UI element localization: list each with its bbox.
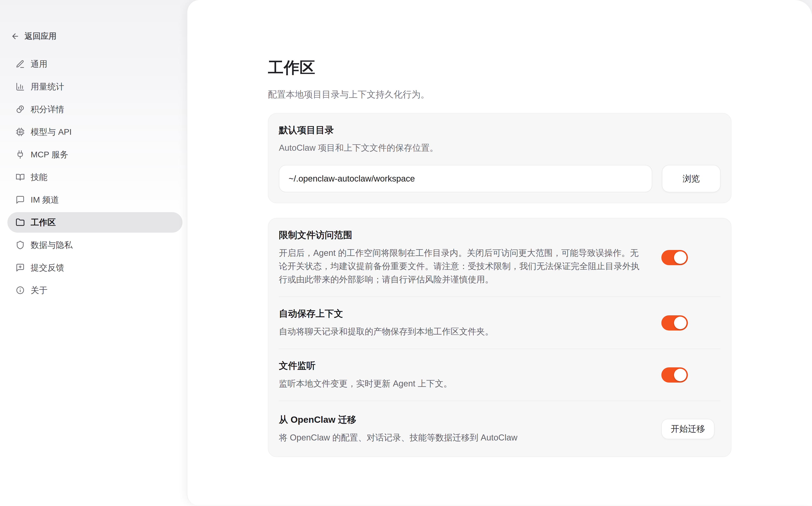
workspace-settings-screen: 返回应用 通用 用量统计 积分详情 模型与 API MCP 服务 <box>0 0 812 506</box>
auto-save-context-toggle[interactable] <box>661 315 688 331</box>
default-directory-card: 默认项目目录 AutoClaw 项目和上下文文件的保存位置。 浏览 <box>268 113 731 203</box>
directory-input-row: 浏览 <box>279 165 721 192</box>
toggle-knob <box>674 369 686 381</box>
sidebar-item-label: IM 频道 <box>30 194 59 205</box>
sidebar-item-workspace[interactable]: 工作区 <box>7 212 182 233</box>
workspace-settings-content: 工作区 配置本地项目目录与上下文持久化行为。 默认项目目录 AutoClaw 项… <box>268 0 731 457</box>
sidebar-item-label: 模型与 API <box>30 126 72 138</box>
sidebar-item-usage-stats[interactable]: 用量统计 <box>7 76 182 97</box>
workspace-options-card: 限制文件访问范围 开启后，Agent 的工作空间将限制在工作目录内。关闭后可访问… <box>268 218 731 457</box>
file-watch-row: 文件监听 监听本地文件变更，实时更新 Agent 上下文。 <box>279 349 721 401</box>
main-panel: 工作区 配置本地项目目录与上下文持久化行为。 默认项目目录 AutoClaw 项… <box>187 0 812 505</box>
file-watch-toggle[interactable] <box>661 367 688 383</box>
openclaw-migration-title: 从 OpenClaw 迁移 <box>279 414 646 426</box>
message-square-icon <box>16 195 25 204</box>
sidebar-item-mcp-services[interactable]: MCP 服务 <box>7 144 182 165</box>
restrict-file-access-description: 开启后，Agent 的工作空间将限制在工作目录内。关闭后可访问更大范围，可能导致… <box>279 246 646 286</box>
sidebar-item-feedback[interactable]: 提交反馈 <box>7 257 182 278</box>
info-icon <box>16 286 25 295</box>
sidebar-item-im-channels[interactable]: IM 频道 <box>7 189 182 210</box>
start-migration-button[interactable]: 开始迁移 <box>661 419 715 439</box>
sidebar: 返回应用 通用 用量统计 积分详情 模型与 API MCP 服务 <box>0 0 187 506</box>
coins-icon <box>16 105 25 114</box>
sidebar-item-label: 工作区 <box>30 217 56 228</box>
auto-save-context-description: 自动将聊天记录和提取的产物保存到本地工作区文件夹。 <box>279 325 646 338</box>
page-subtitle: 配置本地项目目录与上下文持久化行为。 <box>268 89 731 101</box>
sidebar-item-label: 用量统计 <box>30 81 64 92</box>
sidebar-item-general[interactable]: 通用 <box>7 54 182 74</box>
openclaw-migration-row: 从 OpenClaw 迁移 将 OpenClaw 的配置、对话记录、技能等数据迁… <box>279 401 721 457</box>
sidebar-item-label: MCP 服务 <box>30 149 68 160</box>
sidebar-item-models-api[interactable]: 模型与 API <box>7 122 182 142</box>
sidebar-item-credits[interactable]: 积分详情 <box>7 99 182 119</box>
sidebar-item-data-privacy[interactable]: 数据与隐私 <box>7 235 182 255</box>
shield-icon <box>16 240 25 250</box>
back-to-app-label: 返回应用 <box>24 31 57 41</box>
cpu-icon <box>16 127 25 137</box>
default-directory-title: 默认项目目录 <box>279 124 721 136</box>
restrict-file-access-title: 限制文件访问范围 <box>279 229 646 241</box>
browse-button[interactable]: 浏览 <box>662 165 721 192</box>
sidebar-item-label: 数据与隐私 <box>30 240 73 251</box>
sidebar-item-label: 提交反馈 <box>30 262 64 273</box>
auto-save-context-row: 自动保存上下文 自动将聊天记录和提取的产物保存到本地工作区文件夹。 <box>279 297 721 349</box>
sidebar-item-label: 通用 <box>30 59 48 70</box>
back-to-app-button[interactable]: 返回应用 <box>11 31 57 41</box>
restrict-file-access-toggle[interactable] <box>661 250 688 265</box>
sidebar-nav: 通用 用量统计 积分详情 模型与 API MCP 服务 技能 <box>7 54 182 301</box>
sidebar-item-label: 积分详情 <box>30 104 64 115</box>
auto-save-context-title: 自动保存上下文 <box>279 308 646 320</box>
message-plus-icon <box>16 263 25 272</box>
sidebar-item-skills[interactable]: 技能 <box>7 167 182 187</box>
workspace-path-input[interactable] <box>279 165 652 192</box>
file-watch-title: 文件监听 <box>279 359 646 372</box>
sidebar-item-about[interactable]: 关于 <box>7 280 182 301</box>
page-title: 工作区 <box>268 57 731 78</box>
toggle-knob <box>674 317 686 329</box>
toggle-knob <box>674 251 686 264</box>
file-watch-description: 监听本地文件变更，实时更新 Agent 上下文。 <box>279 377 646 390</box>
pencil-icon <box>16 60 25 69</box>
bar-chart-icon <box>16 82 25 91</box>
openclaw-migration-description: 将 OpenClaw 的配置、对话记录、技能等数据迁移到 AutoClaw <box>279 431 646 444</box>
restrict-file-access-row: 限制文件访问范围 开启后，Agent 的工作空间将限制在工作目录内。关闭后可访问… <box>279 219 721 297</box>
sidebar-item-label: 技能 <box>30 172 48 183</box>
plug-icon <box>16 150 25 159</box>
arrow-left-icon <box>11 32 19 40</box>
book-open-icon <box>16 173 25 182</box>
default-directory-description: AutoClaw 项目和上下文文件的保存位置。 <box>279 142 721 154</box>
folder-icon <box>16 218 25 227</box>
sidebar-item-label: 关于 <box>30 285 48 296</box>
